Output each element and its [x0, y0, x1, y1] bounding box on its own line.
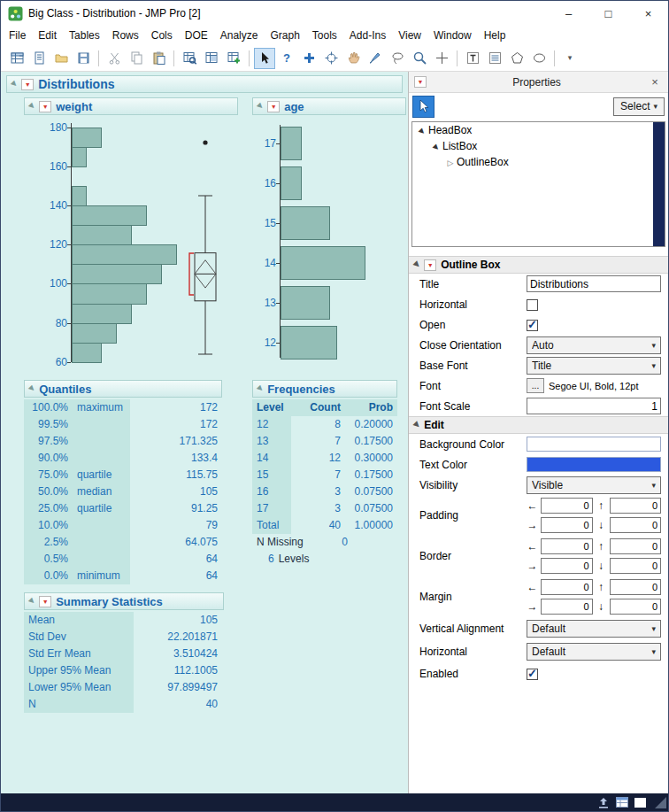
copy-icon[interactable] [126, 48, 147, 69]
close-button[interactable]: × [628, 1, 668, 26]
weight-histogram-bar[interactable] [72, 225, 132, 245]
menu-item-analyze[interactable]: Analyze [214, 27, 265, 43]
collapse-triangle-icon[interactable] [256, 102, 265, 111]
weight-histogram[interactable]: 6080100120140160180 [40, 121, 196, 373]
arrow-cursor-icon[interactable] [254, 48, 275, 69]
weight-histogram-bar[interactable] [72, 283, 147, 304]
weight-histogram-bar[interactable] [72, 244, 177, 265]
collapse-triangle-icon[interactable] [27, 597, 36, 606]
resize-grip[interactable] [655, 797, 666, 808]
weight-outline-header[interactable]: weight [24, 97, 238, 115]
age-histogram-bar[interactable] [281, 127, 302, 160]
red-triangle-menu-icon[interactable] [39, 101, 51, 112]
age-histogram-bar[interactable] [281, 166, 302, 200]
data-table-icon[interactable] [616, 797, 628, 808]
maximize-button[interactable]: □ [588, 1, 628, 26]
weight-histogram-bar[interactable] [72, 128, 102, 148]
new-journal-icon[interactable] [28, 48, 50, 69]
summary-statistics-outline-header[interactable]: Summary Statistics [24, 592, 224, 610]
weight-histogram-bar[interactable] [72, 186, 87, 206]
outline-box-section-header[interactable]: Outline Box [409, 256, 668, 274]
tree-item-listbox[interactable]: ListBox [412, 138, 665, 154]
age-histogram-bar[interactable] [281, 286, 330, 320]
scroller-icon[interactable] [484, 48, 505, 69]
visibility-select[interactable]: Visible [527, 476, 661, 494]
weight-histogram-bar[interactable] [72, 264, 162, 284]
border-right-input[interactable] [541, 558, 593, 574]
age-histogram-bar[interactable] [281, 246, 365, 280]
menu-item-rows[interactable]: Rows [106, 27, 145, 43]
crosshair-icon[interactable] [320, 48, 342, 69]
tree-item-headbox[interactable]: HeadBox [412, 122, 665, 138]
font-scale-input[interactable] [527, 398, 661, 414]
collapsed-caret-icon[interactable] [444, 156, 457, 168]
padding-left-input[interactable] [541, 498, 593, 514]
margin-bottom-input[interactable] [610, 599, 662, 615]
margin-right-input[interactable] [541, 599, 593, 615]
polygon-icon[interactable] [506, 48, 527, 69]
age-histogram[interactable]: 121314151617 [261, 121, 406, 373]
table-add-icon[interactable] [223, 48, 244, 69]
open-icon[interactable] [50, 48, 72, 69]
annotate-plus-icon[interactable] [431, 48, 452, 69]
help-icon[interactable]: ? [276, 48, 297, 69]
collapse-triangle-icon[interactable] [412, 421, 421, 429]
edit-section-header[interactable]: Edit [409, 416, 668, 434]
expanded-caret-icon[interactable] [416, 124, 428, 136]
paste-icon[interactable] [148, 48, 169, 69]
padding-top-input[interactable] [610, 498, 662, 514]
padding-right-input[interactable] [541, 517, 593, 533]
collapse-triangle-icon[interactable] [27, 384, 36, 393]
weight-histogram-bar[interactable] [72, 147, 87, 167]
toolbar-overflow-icon[interactable]: ▾ [559, 48, 581, 69]
base-font-select[interactable]: Title [527, 357, 661, 375]
title-input[interactable] [527, 275, 661, 292]
weight-histogram-bar[interactable] [72, 343, 102, 363]
menu-item-doe[interactable]: DOE [179, 27, 214, 43]
menu-item-file[interactable]: File [3, 27, 32, 43]
collapse-triangle-icon[interactable] [10, 80, 19, 89]
collapse-triangle-icon[interactable] [27, 102, 36, 111]
expanded-caret-icon[interactable] [430, 140, 442, 152]
table-summary-icon[interactable] [201, 48, 222, 69]
text-box-icon[interactable] [462, 48, 483, 69]
brush-icon[interactable] [365, 48, 386, 69]
oval-icon[interactable] [528, 48, 550, 69]
horizontal-checkbox[interactable] [527, 299, 538, 311]
magnifier-icon[interactable] [409, 48, 430, 69]
age-histogram-bar[interactable] [281, 206, 330, 240]
weight-histogram-bar[interactable] [72, 323, 117, 344]
horizontal-alignment-select[interactable]: Default [527, 643, 661, 661]
minimize-button[interactable]: – [549, 1, 588, 26]
collapse-triangle-icon[interactable] [256, 384, 265, 393]
border-bottom-input[interactable] [610, 558, 662, 574]
background-color-swatch[interactable] [527, 437, 661, 452]
save-icon[interactable] [73, 48, 94, 69]
up-arrow-icon[interactable] [597, 797, 610, 808]
age-outline-header[interactable]: age [252, 97, 406, 115]
pointer-tool-button[interactable] [412, 96, 434, 118]
menu-item-cols[interactable]: Cols [145, 27, 179, 43]
weight-outlier-boxplot[interactable] [185, 121, 227, 373]
padding-bottom-input[interactable] [610, 517, 662, 533]
select-dropdown-button[interactable]: Select [613, 97, 665, 116]
menu-item-graph[interactable]: Graph [264, 27, 305, 43]
menu-item-window[interactable]: Window [427, 27, 478, 43]
menu-item-view[interactable]: View [392, 27, 427, 43]
margin-top-input[interactable] [610, 579, 662, 595]
enabled-checkbox[interactable] [527, 669, 538, 680]
collapse-triangle-icon[interactable] [412, 260, 421, 269]
age-histogram-bar[interactable] [281, 326, 337, 360]
text-color-swatch[interactable] [527, 457, 661, 472]
open-checkbox[interactable] [527, 320, 538, 331]
margin-left-input[interactable] [541, 579, 593, 595]
close-orientation-select[interactable]: Auto [527, 336, 661, 354]
red-triangle-menu-icon[interactable] [21, 79, 34, 90]
menu-item-addins[interactable]: Add-Ins [343, 27, 392, 43]
red-triangle-menu-icon[interactable] [424, 259, 436, 271]
red-triangle-menu-icon[interactable] [414, 76, 427, 88]
menu-item-tools[interactable]: Tools [306, 27, 343, 43]
red-triangle-menu-icon[interactable] [39, 596, 51, 607]
weight-histogram-bar[interactable] [72, 304, 132, 324]
table-find-icon[interactable] [179, 48, 200, 69]
